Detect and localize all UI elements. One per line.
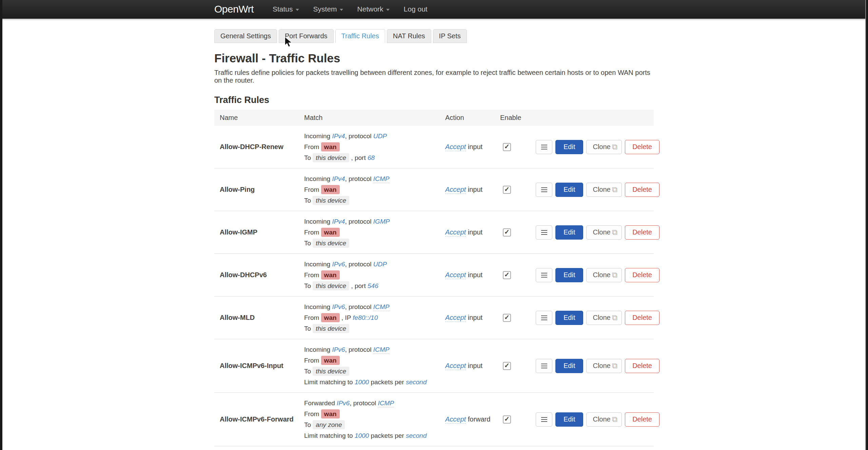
enable-checkbox[interactable]: ✓ <box>503 314 511 322</box>
delete-button[interactable]: Delete <box>625 412 659 427</box>
menu-label: System <box>313 5 337 13</box>
edit-button-label: Edit <box>564 271 575 279</box>
rule-action: Accept forward <box>445 415 500 423</box>
rule-name: Allow-DHCPv6 <box>214 271 304 279</box>
rule-action: Accept input <box>445 228 500 236</box>
row-menu-button[interactable] <box>536 412 552 427</box>
enable-checkbox[interactable]: ✓ <box>503 186 511 194</box>
match-text: To <box>304 325 313 332</box>
edit-button[interactable]: Edit <box>555 412 583 427</box>
match-value-link: ICMP <box>373 346 390 354</box>
edit-button[interactable]: Edit <box>555 183 583 197</box>
menu-label: Log out <box>404 5 428 13</box>
delete-button[interactable]: Delete <box>625 225 659 240</box>
enable-checkbox[interactable]: ✓ <box>503 228 511 237</box>
column-header-action: Action <box>445 114 500 122</box>
openwrt-logo: OpenWrt <box>214 3 254 15</box>
delete-button-label: Delete <box>632 143 652 151</box>
tab-ip-sets[interactable]: IP Sets <box>433 29 467 43</box>
tab-nat-rules[interactable]: NAT Rules <box>387 29 431 43</box>
rule-buttons: Edit Clone⧉ Delete <box>536 225 665 240</box>
action-accept-link[interactable]: Accept <box>445 415 466 424</box>
action-accept-link[interactable]: Accept <box>445 314 466 322</box>
match-text: Incoming <box>304 346 332 353</box>
zone-badge-generic: this device <box>313 281 349 290</box>
clone-button[interactable]: Clone⧉ <box>586 183 622 197</box>
match-text: packets per <box>369 379 406 386</box>
rule-match: Incoming IPv4, protocol ICMPFrom wanTo t… <box>304 172 445 207</box>
delete-button-label: Delete <box>632 314 652 322</box>
zone-badge-generic: this device <box>313 324 349 333</box>
match-text: packets per <box>369 432 406 439</box>
match-value-link: IPv4 <box>332 175 345 182</box>
edit-button-label: Edit <box>564 415 575 423</box>
mouse-cursor-icon <box>284 37 294 49</box>
row-menu-button[interactable] <box>536 225 552 240</box>
edit-button[interactable]: Edit <box>555 225 583 240</box>
row-menu-button[interactable] <box>536 311 552 325</box>
clone-button[interactable]: Clone⧉ <box>586 412 622 427</box>
edit-button[interactable]: Edit <box>555 140 583 154</box>
clone-button[interactable]: Clone⧉ <box>586 268 622 282</box>
table-row: Allow-ICMPv6-Input Incoming IPv6, protoc… <box>214 339 654 392</box>
match-value-link: UDP <box>373 261 387 268</box>
row-menu-button[interactable] <box>536 359 552 373</box>
zone-badge-generic: this device <box>313 367 349 376</box>
edit-button[interactable]: Edit <box>555 311 583 325</box>
column-header-name: Name <box>214 114 304 122</box>
action-accept-link[interactable]: Accept <box>445 362 466 370</box>
clone-button[interactable]: Clone⧉ <box>586 140 622 154</box>
delete-button[interactable]: Delete <box>625 183 659 197</box>
match-text: To <box>304 154 313 161</box>
action-accept-link[interactable]: Accept <box>445 271 466 279</box>
tab-general-settings[interactable]: General Settings <box>214 29 277 43</box>
row-menu-button[interactable] <box>536 183 552 197</box>
match-value-link: 68 <box>368 154 375 161</box>
edit-button[interactable]: Edit <box>555 268 583 282</box>
menu-system[interactable]: System <box>313 5 343 13</box>
delete-button-label: Delete <box>632 271 652 279</box>
screen-edge-left <box>0 0 2 450</box>
match-value-link: ICMP <box>373 303 390 311</box>
match-value-link: IPv4 <box>332 132 345 140</box>
menu-status[interactable]: Status <box>273 5 299 13</box>
delete-button[interactable]: Delete <box>625 311 659 325</box>
action-accept-link[interactable]: Accept <box>445 228 466 237</box>
action-accept-link[interactable]: Accept <box>445 143 466 151</box>
menu-log-out[interactable]: Log out <box>404 5 428 13</box>
rule-name: Allow-Ping <box>214 186 304 193</box>
action-accept-link[interactable]: Accept <box>445 186 466 194</box>
zone-badge-wan: wan <box>321 409 340 418</box>
enable-checkbox[interactable]: ✓ <box>503 143 511 151</box>
chevron-down-icon <box>296 9 299 11</box>
rule-action: Accept input <box>445 186 500 193</box>
traffic-rules-table: Name Match Action Enable Allow-DHCP-Rene… <box>214 110 654 450</box>
match-text: , protocol <box>345 261 373 268</box>
zone-badge-wan: wan <box>321 356 340 365</box>
match-value-link: fe80::/10 <box>353 314 378 321</box>
edit-button-label: Edit <box>564 314 575 322</box>
delete-button[interactable]: Delete <box>625 359 659 373</box>
edit-button[interactable]: Edit <box>555 359 583 373</box>
menu-network[interactable]: Network <box>357 5 390 13</box>
table-header-row: Name Match Action Enable <box>214 110 654 126</box>
match-text: From <box>304 314 321 321</box>
delete-button[interactable]: Delete <box>625 268 659 282</box>
delete-button[interactable]: Delete <box>625 140 659 154</box>
enable-checkbox[interactable]: ✓ <box>503 362 511 370</box>
match-text: Incoming <box>304 303 332 310</box>
clone-button[interactable]: Clone⧉ <box>586 225 622 240</box>
clone-button-label: Clone <box>593 314 610 322</box>
enable-checkbox[interactable]: ✓ <box>503 271 511 279</box>
hamburger-icon <box>541 147 547 147</box>
match-text: Incoming <box>304 261 332 268</box>
hamburger-icon <box>541 232 547 233</box>
tab-traffic-rules[interactable]: Traffic Rules <box>335 29 385 43</box>
row-menu-button[interactable] <box>536 140 552 154</box>
match-value-link: IGMP <box>373 218 390 225</box>
row-menu-button[interactable] <box>536 268 552 282</box>
clone-button[interactable]: Clone⧉ <box>586 359 622 373</box>
edit-button-label: Edit <box>564 362 575 370</box>
enable-checkbox[interactable]: ✓ <box>503 415 511 424</box>
clone-button[interactable]: Clone⧉ <box>586 311 622 325</box>
